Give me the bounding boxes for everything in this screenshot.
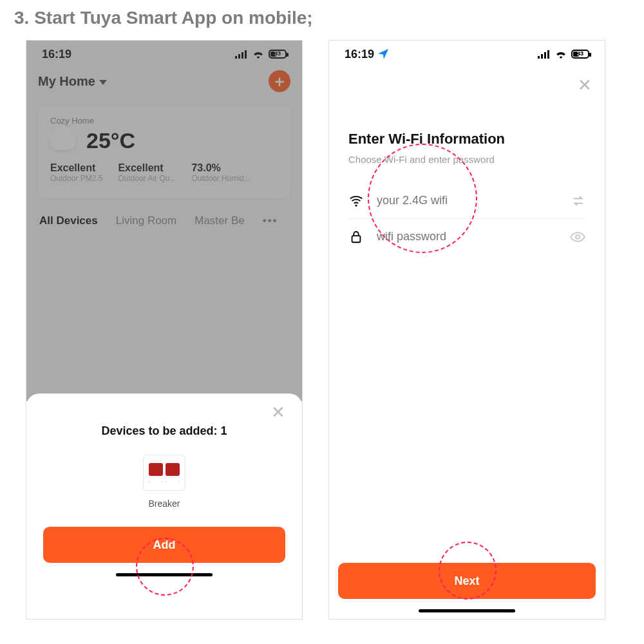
phone-screenshot-right: 16:19 33 ✕ Enter Wi-Fi Information Choos… [328,40,605,620]
status-time: 16:19 [42,48,71,61]
device-name: Breaker [148,498,180,509]
home-label: My Home [38,74,95,89]
svg-rect-0 [235,56,237,59]
home-dropdown[interactable]: My Home [38,74,107,89]
sheet-title: Devices to be added: 1 [101,424,227,438]
tab-all-devices[interactable]: All Devices [39,214,98,227]
cellular-signal-icon [538,50,551,59]
page-subtitle: Choose Wi-Fi and enter password [348,154,585,165]
device-thumbnail[interactable] [143,455,185,491]
room-name: Cozy Home [50,116,278,126]
close-icon[interactable]: ✕ [271,404,285,421]
breaker-switch-icon [166,463,180,482]
tab-more[interactable]: ••• [263,214,278,227]
svg-rect-1 [238,54,240,59]
wifi-form: Enter Wi-Fi Information Choose Wi-Fi and… [329,68,605,569]
home-indicator [116,573,213,576]
stat-humidity: 73.0% Outdoor Humid... [191,162,250,183]
status-bar: 16:19 33 [329,41,605,68]
stage: 16:19 33 My Hom [0,40,644,620]
step-instruction: 3. Start Tuya Smart App on mobile; [0,0,644,40]
tab-master-bedroom[interactable]: Master Be [194,214,244,227]
next-button-label: Next [454,574,479,588]
add-button[interactable]: Add [43,527,285,563]
phone-screenshot-left: 16:19 33 My Hom [26,40,303,620]
battery-icon: 33 [571,50,589,59]
plus-icon: ＋ [272,73,287,89]
add-device-button[interactable]: ＋ [269,70,290,92]
home-screen-dimmed: 16:19 33 My Hom [26,41,302,401]
breaker-switch-icon [149,463,163,482]
location-arrow-icon [378,49,388,59]
svg-rect-7 [547,50,549,59]
cellular-signal-icon [235,50,248,59]
add-device-sheet: ✕ Devices to be added: 1 Breaker Add [26,393,302,619]
stat-air: Excellent Outdoor Air Qu... [118,162,176,183]
wifi-password-row[interactable] [348,219,585,254]
lock-icon [348,230,364,244]
bottom-bar: Next [329,563,605,619]
svg-rect-2 [242,52,243,59]
chevron-down-icon [99,80,107,85]
wifi-ssid-row[interactable] [348,183,585,219]
svg-rect-6 [544,52,546,59]
status-time: 16:19 [345,48,374,61]
home-header: My Home ＋ [26,68,302,99]
svg-rect-5 [541,54,543,59]
reveal-password-icon[interactable] [570,232,585,242]
svg-rect-3 [245,50,247,59]
page-title: Enter Wi-Fi Information [348,131,585,147]
room-tabs: All Devices Living Room Master Be ••• [26,204,302,232]
svg-rect-9 [352,236,361,242]
wifi-icon [554,50,567,59]
weather-card[interactable]: Cozy Home 25°C Excellent Outdoor PM2.5 E… [37,104,292,199]
svg-rect-4 [538,56,540,59]
add-button-label: Add [153,538,176,552]
wifi-icon [348,194,364,208]
swap-network-icon[interactable] [571,195,585,207]
status-bar: 16:19 33 [26,41,302,68]
temperature: 25°C [86,128,135,153]
cloud-icon [50,132,76,150]
wifi-ssid-input[interactable] [375,193,560,208]
tab-living-room[interactable]: Living Room [116,214,177,227]
svg-point-10 [576,235,580,239]
battery-icon: 33 [269,50,287,59]
home-indicator [419,609,515,612]
wifi-icon [252,50,265,59]
wifi-password-input[interactable] [375,229,558,244]
svg-point-8 [355,204,357,206]
stat-pm25: Excellent Outdoor PM2.5 [50,162,102,183]
next-button[interactable]: Next [338,563,596,599]
